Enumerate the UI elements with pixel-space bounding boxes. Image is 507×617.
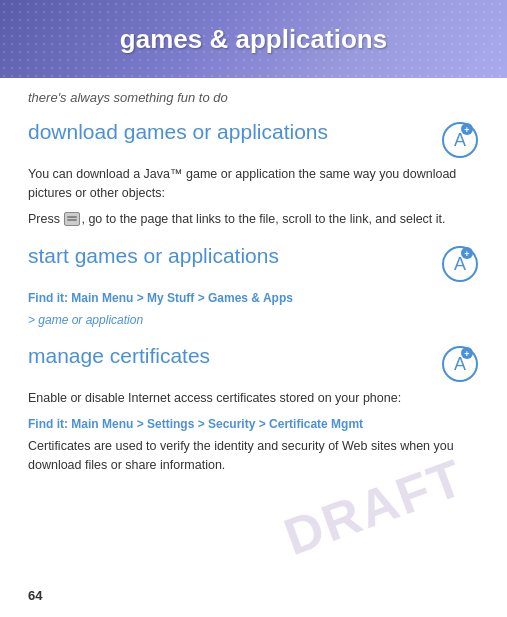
keyboard-icon bbox=[64, 212, 80, 226]
page-number: 64 bbox=[28, 588, 42, 603]
cert-icon: A + bbox=[441, 345, 479, 383]
section-start-title: start games or applications bbox=[28, 243, 279, 268]
section-start: start games or applications A + Find it:… bbox=[28, 243, 479, 329]
find-it-label: Find it: bbox=[28, 291, 68, 305]
section-download-header: download games or applications A + bbox=[28, 119, 479, 159]
section-certificates: manage certificates A + Enable or disabl… bbox=[28, 343, 479, 475]
cert-find-it: Find it: Main Menu > Settings > Security… bbox=[28, 415, 479, 433]
svg-text:+: + bbox=[464, 249, 469, 259]
download-icon: A + bbox=[441, 121, 479, 159]
start-find-it-path2: > game or application bbox=[28, 311, 479, 329]
section-cert-title: manage certificates bbox=[28, 343, 210, 368]
download-para-1: You can download a Java™ game or applica… bbox=[28, 165, 479, 204]
start-find-it-path: Main Menu > My Stuff > Games & Apps bbox=[71, 291, 293, 305]
header-title: games & applications bbox=[120, 24, 387, 55]
cert-para-1: Enable or disable Internet access certif… bbox=[28, 389, 479, 408]
section-download-title: download games or applications bbox=[28, 119, 328, 144]
svg-text:+: + bbox=[464, 349, 469, 359]
start-icon: A + bbox=[441, 245, 479, 283]
section-start-header: start games or applications A + bbox=[28, 243, 479, 283]
section-download: download games or applications A + You c… bbox=[28, 119, 479, 229]
cert-find-it-path: Main Menu > Settings > Security > Certif… bbox=[71, 417, 363, 431]
svg-text:+: + bbox=[464, 125, 469, 135]
page-content: there's always something fun to do downl… bbox=[0, 78, 507, 505]
start-find-it-italic: > game or application bbox=[28, 313, 143, 327]
tagline: there's always something fun to do bbox=[28, 90, 479, 105]
page-header: games & applications bbox=[0, 0, 507, 78]
cert-find-it-label: Find it: bbox=[28, 417, 68, 431]
section-cert-header: manage certificates A + bbox=[28, 343, 479, 383]
download-para-2: Press , go to the page that links to the… bbox=[28, 210, 479, 229]
cert-para-2: Certificates are used to verify the iden… bbox=[28, 437, 479, 476]
start-find-it: Find it: Main Menu > My Stuff > Games & … bbox=[28, 289, 479, 307]
